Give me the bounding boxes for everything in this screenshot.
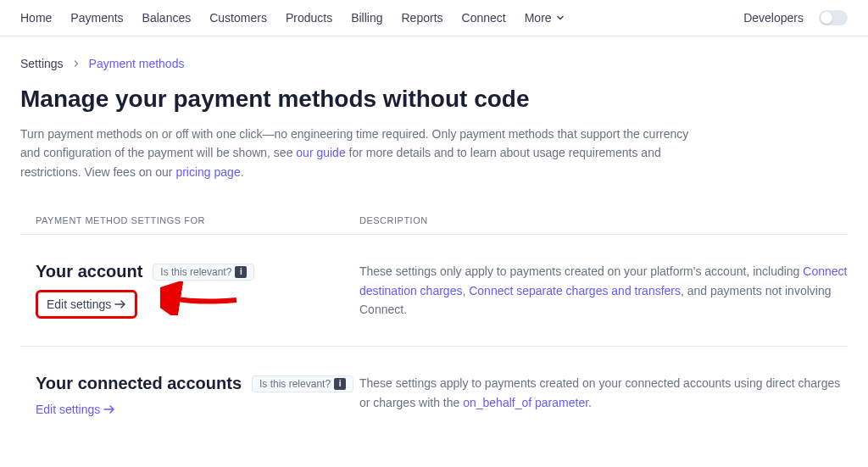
- nav-developers[interactable]: Developers: [743, 11, 804, 25]
- on-behalf-of-link[interactable]: on_behalf_of parameter: [463, 396, 588, 409]
- relevant-label: Is this relevant?: [160, 266, 231, 278]
- arrow-right-icon: [114, 299, 126, 309]
- guide-link[interactable]: our guide: [296, 146, 345, 159]
- nav-connect[interactable]: Connect: [462, 11, 506, 25]
- nav-more[interactable]: More: [525, 11, 565, 25]
- top-nav: Home Payments Balances Customers Product…: [0, 0, 868, 36]
- header-settings-for: PAYMENT METHOD SETTINGS FOR: [20, 215, 359, 225]
- info-icon: i: [334, 378, 346, 390]
- pricing-link[interactable]: pricing page: [175, 165, 240, 179]
- test-mode-toggle[interactable]: [819, 10, 848, 25]
- nav-reports[interactable]: Reports: [402, 11, 443, 25]
- main-content: Settings Payment methods Manage your pay…: [0, 36, 868, 467]
- nav-more-label: More: [525, 11, 552, 25]
- nav-products[interactable]: Products: [286, 11, 332, 25]
- table-header: PAYMENT METHOD SETTINGS FOR DESCRIPTION: [20, 215, 848, 235]
- chevron-right-icon: [72, 59, 81, 68]
- relevant-badge[interactable]: Is this relevant? i: [153, 264, 254, 281]
- nav-customers[interactable]: Customers: [209, 11, 267, 25]
- edit-settings-your-account[interactable]: Edit settings: [36, 290, 137, 319]
- separate-charges-link[interactable]: Connect separate charges and transfers: [469, 284, 681, 297]
- nav-billing[interactable]: Billing: [351, 11, 382, 25]
- edit-settings-label: Edit settings: [47, 297, 111, 311]
- your-account-description: These settings only apply to payments cr…: [359, 262, 848, 319]
- breadcrumb-settings[interactable]: Settings: [20, 57, 64, 70]
- connected-accounts-title: Your connected accounts: [36, 374, 242, 393]
- connected-accounts-description: These settings apply to payments created…: [359, 374, 848, 417]
- intro-text: Turn payment methods on or off with one …: [20, 125, 698, 181]
- edit-settings-label: Edit settings: [36, 403, 100, 416]
- relevant-label: Is this relevant?: [259, 378, 331, 390]
- breadcrumb: Settings Payment methods: [20, 57, 848, 70]
- arrow-right-icon: [103, 404, 115, 414]
- info-icon: i: [235, 266, 247, 278]
- section-your-account: Your account Is this relevant? i Edit se…: [20, 235, 848, 347]
- nav-payments[interactable]: Payments: [70, 11, 123, 25]
- page-title: Manage your payment methods without code: [20, 86, 848, 113]
- header-description: DESCRIPTION: [359, 215, 848, 225]
- section-connected-accounts: Your connected accounts Is this relevant…: [20, 347, 848, 444]
- breadcrumb-payment-methods[interactable]: Payment methods: [89, 57, 185, 70]
- edit-settings-connected-accounts[interactable]: Edit settings: [36, 403, 115, 416]
- your-account-title: Your account: [36, 262, 142, 281]
- nav-home[interactable]: Home: [20, 11, 52, 25]
- nav-balances[interactable]: Balances: [142, 11, 192, 25]
- relevant-badge[interactable]: Is this relevant? i: [252, 375, 353, 392]
- chevron-down-icon: [555, 13, 565, 23]
